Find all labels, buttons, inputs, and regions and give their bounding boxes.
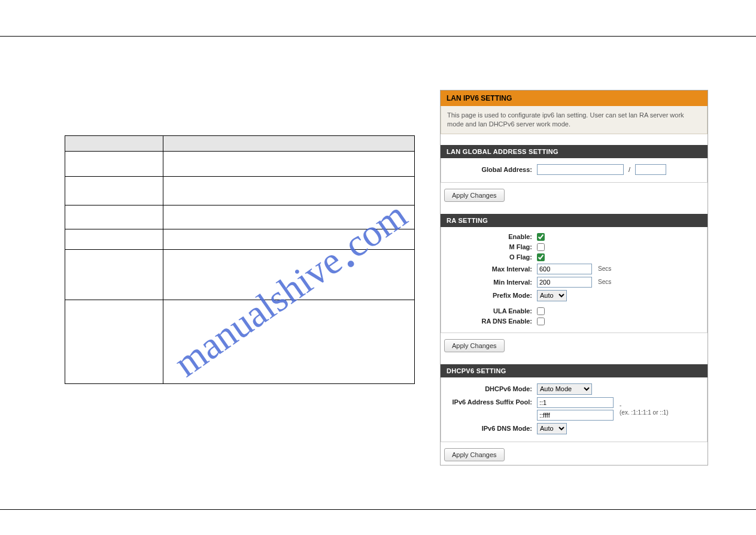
dhcp-suffix-label: IPv6 Address Suffix Pool: [447, 397, 537, 406]
table-row [65, 152, 415, 177]
panel-title: LAN IPV6 SETTING [441, 90, 708, 106]
apply-button-global[interactable]: Apply Changes [444, 189, 505, 202]
dhcp-dns-label: IPv6 DNS Mode: [447, 425, 537, 432]
page-bottom-rule [0, 509, 756, 510]
table-header-cell [163, 136, 415, 152]
ra-prefix-select[interactable]: Auto [537, 290, 567, 301]
dhcp-dns-select[interactable]: Auto [537, 423, 567, 434]
apply-button-dhcp[interactable]: Apply Changes [444, 448, 505, 461]
global-address-input[interactable] [537, 164, 624, 175]
section-heading-ra: RA SETTING [441, 214, 708, 227]
dhcp-suffix-dash: - [620, 402, 669, 409]
table-row [65, 300, 415, 384]
global-form: Global Address: / [441, 158, 708, 183]
ra-ula-label: ULA Enable: [447, 307, 537, 315]
apply-button-ra[interactable]: Apply Changes [444, 339, 505, 352]
ra-radns-checkbox[interactable] [537, 318, 545, 325]
table-row [65, 229, 415, 250]
ra-minint-input[interactable] [537, 277, 592, 288]
ra-maxint-unit: Secs [598, 265, 611, 272]
dhcp-mode-select[interactable]: Auto Mode [537, 383, 592, 395]
ra-minint-label: Min Interval: [447, 279, 537, 286]
ra-mflag-label: M Flag: [447, 243, 537, 250]
global-prefix-separator: / [626, 166, 633, 173]
page-top-rule [0, 36, 756, 37]
ra-radns-label: RA DNS Enable: [447, 318, 537, 325]
table-row [65, 205, 415, 229]
ra-form: Enable: M Flag: O Flag: Max Interval: Se… [441, 227, 708, 333]
section-heading-dhcp: DHCPV6 SETTING [441, 364, 708, 377]
ra-oflag-checkbox[interactable] [537, 253, 545, 261]
ra-mflag-checkbox[interactable] [537, 243, 545, 251]
blank-table [65, 135, 415, 384]
ipv6-settings-panel: LAN IPV6 SETTING This page is used to co… [440, 90, 708, 466]
global-address-label: Global Address: [447, 166, 537, 173]
table-row [65, 250, 415, 300]
dhcp-suffix-end-input[interactable] [537, 410, 614, 421]
panel-description: This page is used to configurate ipv6 la… [441, 106, 708, 134]
ra-ula-checkbox[interactable] [537, 307, 545, 315]
ra-enable-label: Enable: [447, 233, 537, 240]
dhcp-suffix-start-input[interactable] [537, 397, 614, 408]
global-prefix-input[interactable] [635, 164, 666, 175]
dhcp-suffix-hint: (ex. :1:1:1:1 or ::1) [620, 409, 669, 416]
ra-oflag-label: O Flag: [447, 253, 537, 261]
ra-maxint-label: Max Interval: [447, 265, 537, 273]
dhcp-form: DHCPv6 Mode: Auto Mode IPv6 Address Suff… [441, 377, 708, 442]
section-heading-global: LAN GLOBAL ADDRESS SETTING [441, 145, 708, 158]
ra-minint-unit: Secs [598, 279, 611, 285]
ra-maxint-input[interactable] [537, 264, 592, 274]
table-row [65, 177, 415, 205]
table-header-cell [65, 136, 163, 152]
ra-enable-checkbox[interactable] [537, 233, 545, 241]
dhcp-mode-label: DHCPv6 Mode: [447, 385, 537, 392]
ra-prefix-label: Prefix Mode: [447, 292, 537, 299]
